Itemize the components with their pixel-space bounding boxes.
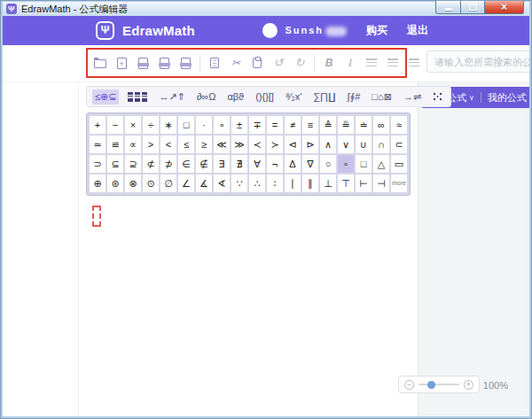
symbol-cell[interactable]: − bbox=[107, 116, 123, 134]
symbol-cell[interactable]: ≺ bbox=[249, 136, 265, 153]
symbol-cell[interactable]: ≤ bbox=[178, 136, 194, 153]
symbol-cell[interactable]: ⊅ bbox=[160, 155, 176, 173]
symbol-cell[interactable]: ≜ bbox=[320, 116, 336, 134]
symbol-cell[interactable]: ≌ bbox=[107, 136, 123, 153]
align-right-button[interactable] bbox=[407, 55, 421, 71]
symbol-cell[interactable]: □ bbox=[178, 116, 194, 134]
palette-tab-chemistry-arrows[interactable]: →⇌ bbox=[401, 89, 424, 105]
symbol-cell[interactable]: ∇ bbox=[302, 155, 318, 173]
symbol-cell[interactable]: ∩ bbox=[373, 136, 389, 153]
undo-button[interactable]: ↺ bbox=[271, 55, 286, 71]
buy-button[interactable]: 购买 bbox=[366, 23, 387, 38]
symbol-cell[interactable]: □ bbox=[356, 155, 372, 173]
symbol-cell[interactable]: ≥ bbox=[196, 136, 212, 153]
maximize-button[interactable] bbox=[461, 1, 485, 14]
symbol-cell[interactable]: ∪ bbox=[356, 136, 372, 153]
zoom-in-button[interactable]: + bbox=[464, 380, 473, 390]
palette-tab-brackets[interactable]: (){}[] bbox=[253, 89, 277, 105]
symbol-cell[interactable]: ⊕ bbox=[90, 175, 106, 192]
symbol-cell[interactable]: ⊛ bbox=[107, 175, 123, 192]
symbol-cell[interactable]: ∥ bbox=[302, 175, 318, 192]
avatar[interactable] bbox=[262, 23, 278, 38]
symbol-cell[interactable]: ⊙ bbox=[143, 175, 159, 192]
symbol-cell[interactable]: ∉ bbox=[196, 155, 212, 173]
symbol-cell[interactable]: ¬ bbox=[267, 155, 283, 173]
redo-button[interactable]: ↻ bbox=[293, 55, 307, 71]
align-center-button[interactable] bbox=[386, 55, 400, 71]
symbol-cell[interactable]: ▭ bbox=[391, 155, 407, 173]
symbol-cell[interactable]: ⊄ bbox=[143, 155, 159, 173]
symbol-cell[interactable]: · bbox=[196, 116, 212, 134]
symbol-cell[interactable]: ≈ bbox=[391, 116, 407, 134]
logout-button[interactable]: 退出 bbox=[407, 23, 428, 38]
symbol-cell[interactable]: ○ bbox=[320, 155, 336, 173]
palette-tab-fraction-templates[interactable] bbox=[125, 90, 150, 104]
symbol-cell[interactable]: ∵ bbox=[231, 175, 247, 192]
zoom-slider[interactable] bbox=[419, 384, 459, 385]
symbol-cell[interactable]: ≪ bbox=[214, 136, 230, 153]
symbol-cell[interactable]: ⊤ bbox=[338, 175, 354, 192]
symbol-cell[interactable]: ≻ bbox=[267, 136, 283, 153]
symbol-cell[interactable]: ⊣ bbox=[373, 175, 389, 192]
close-button[interactable]: × bbox=[485, 1, 524, 14]
paste-button[interactable] bbox=[250, 55, 264, 71]
formula-canvas[interactable]: ≤⊕⊆↔↗⇑∂∞Ωαβϑ(){}[]⁸⁄₂x′∑∏∐∫∮#□⌂⊠→⇌ +−×÷∗… bbox=[3, 82, 418, 416]
symbol-cell[interactable]: ∓ bbox=[249, 116, 265, 134]
palette-tab-basic-symbols[interactable]: ≤⊕⊆ bbox=[92, 89, 119, 105]
symbol-cell[interactable]: △ bbox=[373, 155, 389, 173]
symbol-cell[interactable]: ≫ bbox=[231, 136, 247, 153]
symbol-cell[interactable]: ∃ bbox=[214, 155, 230, 173]
italic-button[interactable]: I bbox=[343, 55, 357, 71]
symbol-cell[interactable]: ≠ bbox=[285, 116, 301, 134]
copy-button[interactable] bbox=[207, 55, 222, 71]
export-latex-button[interactable] bbox=[178, 55, 192, 71]
symbol-cell[interactable]: ⊂ bbox=[391, 136, 407, 153]
symbol-cell[interactable]: ∘ bbox=[214, 116, 230, 134]
export-image-button[interactable] bbox=[136, 55, 150, 71]
palette-tab-greek-letters[interactable]: αβϑ bbox=[224, 89, 246, 105]
palette-tab-geometry[interactable]: □⌂⊠ bbox=[369, 89, 395, 105]
symbol-cell[interactable]: ∢ bbox=[214, 175, 230, 192]
symbol-cell[interactable]: < bbox=[160, 136, 176, 153]
symbol-cell[interactable]: ⊳ bbox=[302, 136, 318, 153]
zoom-out-button[interactable]: − bbox=[404, 380, 414, 390]
align-left-button[interactable] bbox=[364, 55, 379, 71]
symbol-cell[interactable]: ± bbox=[231, 116, 247, 134]
symbol-cell[interactable]: ∞ bbox=[373, 116, 389, 134]
symbol-cell[interactable]: × bbox=[125, 116, 141, 134]
symbol-cell[interactable]: ∗ bbox=[160, 116, 176, 134]
symbol-cell[interactable]: ∄ bbox=[231, 155, 247, 173]
formula-library-tab-1[interactable]: 我的公式∨ bbox=[481, 91, 529, 105]
symbol-cell[interactable]: ∶ bbox=[267, 175, 283, 192]
symbol-cell[interactable]: = bbox=[267, 116, 283, 134]
symbol-cell[interactable]: ≡ bbox=[302, 116, 318, 134]
cut-button[interactable]: ✂ bbox=[229, 55, 243, 71]
symbol-cell[interactable]: ▫ bbox=[338, 155, 354, 173]
minimize-button[interactable] bbox=[435, 1, 461, 14]
symbol-cell[interactable]: > bbox=[143, 136, 159, 153]
symbol-cell[interactable]: ≃ bbox=[90, 136, 106, 153]
symbol-cell[interactable]: + bbox=[90, 116, 106, 134]
symbol-cell[interactable]: ∀ bbox=[249, 155, 265, 173]
symbol-cell[interactable]: ∡ bbox=[196, 175, 212, 192]
symbol-cell[interactable]: ⊆ bbox=[107, 155, 123, 173]
symbol-cell[interactable]: ∅ bbox=[160, 175, 176, 192]
new-file-button[interactable] bbox=[114, 55, 129, 71]
symbol-cell[interactable]: ÷ bbox=[143, 116, 159, 134]
symbol-cell[interactable]: Δ bbox=[285, 155, 301, 173]
formula-search-input[interactable] bbox=[426, 50, 529, 73]
symbol-cell[interactable]: ≞ bbox=[338, 116, 354, 134]
symbol-cell[interactable]: ≐ bbox=[356, 116, 372, 134]
export-svg-button[interactable] bbox=[157, 55, 171, 71]
symbol-cell[interactable]: ∴ bbox=[249, 175, 265, 192]
symbol-cell[interactable]: ∈ bbox=[178, 155, 194, 173]
symbol-cell[interactable]: ⊗ bbox=[125, 175, 141, 192]
symbol-cell[interactable]: ∨ bbox=[338, 136, 354, 153]
symbol-cell[interactable]: ∝ bbox=[125, 136, 141, 153]
open-file-button[interactable] bbox=[93, 55, 107, 71]
symbol-cell[interactable]: ∣ bbox=[285, 175, 301, 192]
symbol-more-button[interactable]: more bbox=[391, 175, 407, 192]
palette-tab-integrals[interactable]: ∫∮# bbox=[344, 89, 363, 105]
symbol-cell[interactable]: ⊃ bbox=[90, 155, 106, 173]
symbol-cell[interactable]: ⊥ bbox=[320, 175, 336, 192]
